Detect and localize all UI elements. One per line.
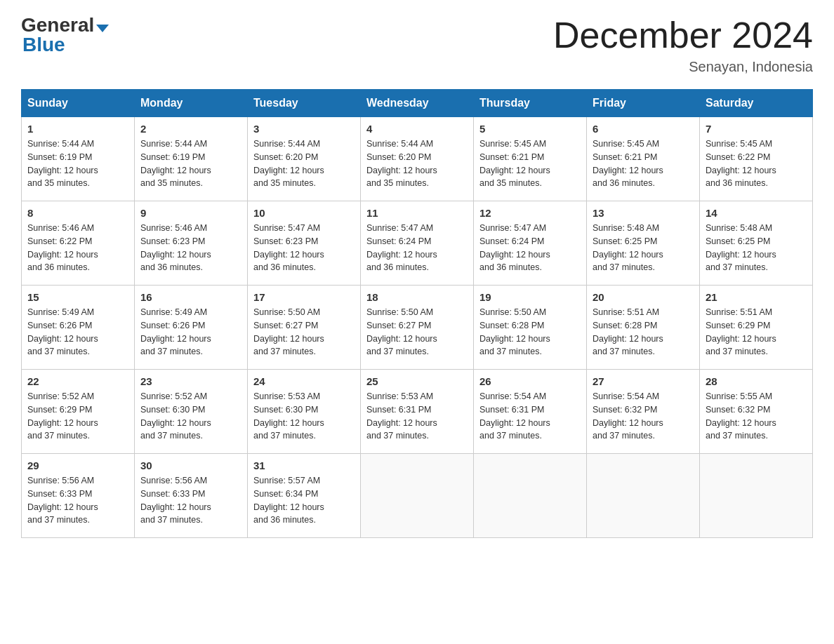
page-header: General Blue December 2024 Senayan, Indo… — [21, 14, 813, 75]
daylight-minutes: and 37 minutes. — [27, 515, 90, 525]
day-number: 13 — [593, 207, 694, 219]
day-info: Sunrise: 5:53 AM Sunset: 6:31 PM Dayligh… — [366, 390, 468, 443]
sunrise-label: Sunrise: 5:44 AM — [27, 139, 94, 149]
day-number: 2 — [140, 123, 241, 135]
calendar-cell: 31 Sunrise: 5:57 AM Sunset: 6:34 PM Dayl… — [248, 454, 361, 538]
calendar-cell: 20 Sunrise: 5:51 AM Sunset: 6:28 PM Dayl… — [587, 286, 700, 370]
day-number: 6 — [593, 123, 694, 135]
calendar-cell: 2 Sunrise: 5:44 AM Sunset: 6:19 PM Dayli… — [135, 117, 248, 201]
day-number: 9 — [140, 207, 241, 219]
sunrise-label: Sunrise: 5:47 AM — [366, 223, 433, 233]
logo: General Blue — [21, 14, 109, 56]
daylight-minutes: and 36 minutes. — [479, 262, 542, 272]
daylight-minutes: and 37 minutes. — [479, 347, 542, 356]
sunrise-label: Sunrise: 5:56 AM — [27, 476, 94, 485]
daylight-minutes: and 37 minutes. — [366, 431, 429, 441]
sunset-label: Sunset: 6:23 PM — [140, 236, 205, 246]
daylight-label: Daylight: 12 hours — [27, 502, 98, 512]
sunset-label: Sunset: 6:29 PM — [706, 321, 770, 330]
daylight-label: Daylight: 12 hours — [27, 334, 98, 344]
sunset-label: Sunset: 6:19 PM — [27, 152, 92, 162]
daylight-label: Daylight: 12 hours — [593, 250, 663, 260]
calendar-cell: 21 Sunrise: 5:51 AM Sunset: 6:29 PM Dayl… — [700, 286, 813, 370]
day-number: 18 — [366, 291, 468, 303]
sunrise-label: Sunrise: 5:48 AM — [706, 223, 772, 233]
daylight-minutes: and 36 minutes. — [253, 515, 316, 525]
header-tuesday: Tuesday — [248, 90, 361, 117]
daylight-label: Daylight: 12 hours — [479, 166, 550, 175]
day-number: 21 — [706, 291, 807, 303]
daylight-label: Daylight: 12 hours — [253, 250, 324, 260]
day-number: 27 — [593, 375, 694, 387]
sunset-label: Sunset: 6:30 PM — [140, 405, 205, 415]
logo-chevron-icon — [96, 25, 109, 32]
daylight-label: Daylight: 12 hours — [253, 502, 324, 512]
sunset-label: Sunset: 6:24 PM — [479, 236, 544, 246]
calendar-cell: 1 Sunrise: 5:44 AM Sunset: 6:19 PM Dayli… — [22, 117, 135, 201]
sunset-label: Sunset: 6:27 PM — [253, 321, 318, 330]
day-info: Sunrise: 5:53 AM Sunset: 6:30 PM Dayligh… — [253, 390, 355, 443]
day-number: 10 — [253, 207, 355, 219]
calendar-cell: 5 Sunrise: 5:45 AM Sunset: 6:21 PM Dayli… — [474, 117, 587, 201]
calendar-week-2: 8 Sunrise: 5:46 AM Sunset: 6:22 PM Dayli… — [22, 201, 813, 286]
daylight-minutes: and 36 minutes. — [366, 262, 429, 272]
day-number: 26 — [479, 375, 581, 387]
sunset-label: Sunset: 6:21 PM — [479, 152, 544, 162]
daylight-minutes: and 37 minutes. — [140, 431, 203, 441]
sunrise-label: Sunrise: 5:50 AM — [366, 307, 433, 317]
sunset-label: Sunset: 6:27 PM — [366, 321, 431, 330]
sunset-label: Sunset: 6:20 PM — [366, 152, 431, 162]
daylight-label: Daylight: 12 hours — [253, 334, 324, 344]
calendar-cell: 12 Sunrise: 5:47 AM Sunset: 6:24 PM Dayl… — [474, 201, 587, 286]
sunrise-label: Sunrise: 5:46 AM — [27, 223, 94, 233]
day-number: 16 — [140, 291, 241, 303]
sunset-label: Sunset: 6:31 PM — [366, 405, 431, 415]
calendar-header: Sunday Monday Tuesday Wednesday Thursday… — [22, 90, 813, 117]
day-number: 15 — [27, 291, 128, 303]
calendar-cell: 14 Sunrise: 5:48 AM Sunset: 6:25 PM Dayl… — [700, 201, 813, 286]
daylight-label: Daylight: 12 hours — [253, 166, 324, 175]
day-info: Sunrise: 5:50 AM Sunset: 6:28 PM Dayligh… — [479, 306, 581, 358]
day-number: 25 — [366, 375, 468, 387]
day-number: 31 — [253, 459, 355, 471]
daylight-minutes: and 37 minutes. — [706, 431, 768, 441]
day-number: 17 — [253, 291, 355, 303]
sunset-label: Sunset: 6:22 PM — [706, 152, 770, 162]
calendar-week-3: 15 Sunrise: 5:49 AM Sunset: 6:26 PM Dayl… — [22, 286, 813, 370]
calendar-cell — [700, 454, 813, 538]
calendar-cell: 9 Sunrise: 5:46 AM Sunset: 6:23 PM Dayli… — [135, 201, 248, 286]
daylight-label: Daylight: 12 hours — [593, 334, 663, 344]
calendar-cell: 27 Sunrise: 5:54 AM Sunset: 6:32 PM Dayl… — [587, 370, 700, 454]
header-wednesday: Wednesday — [361, 90, 474, 117]
sunset-label: Sunset: 6:22 PM — [27, 236, 92, 246]
sunrise-label: Sunrise: 5:45 AM — [706, 139, 772, 149]
day-info: Sunrise: 5:50 AM Sunset: 6:27 PM Dayligh… — [366, 306, 468, 358]
daylight-label: Daylight: 12 hours — [27, 418, 98, 428]
daylight-minutes: and 36 minutes. — [27, 262, 90, 272]
day-info: Sunrise: 5:56 AM Sunset: 6:33 PM Dayligh… — [140, 474, 241, 527]
sunrise-label: Sunrise: 5:55 AM — [706, 391, 772, 401]
day-number: 1 — [27, 123, 128, 135]
day-info: Sunrise: 5:44 AM Sunset: 6:19 PM Dayligh… — [27, 137, 128, 190]
daylight-minutes: and 36 minutes. — [140, 262, 203, 272]
day-number: 14 — [706, 207, 807, 219]
day-info: Sunrise: 5:46 AM Sunset: 6:23 PM Dayligh… — [140, 222, 241, 274]
day-info: Sunrise: 5:44 AM Sunset: 6:20 PM Dayligh… — [253, 137, 355, 190]
daylight-minutes: and 37 minutes. — [593, 262, 655, 272]
day-info: Sunrise: 5:45 AM Sunset: 6:21 PM Dayligh… — [593, 137, 694, 190]
day-info: Sunrise: 5:51 AM Sunset: 6:29 PM Dayligh… — [706, 306, 807, 358]
sunrise-label: Sunrise: 5:49 AM — [140, 307, 207, 317]
day-number: 8 — [27, 207, 128, 219]
calendar-cell: 7 Sunrise: 5:45 AM Sunset: 6:22 PM Dayli… — [700, 117, 813, 201]
sunrise-label: Sunrise: 5:53 AM — [366, 391, 433, 401]
daylight-minutes: and 35 minutes. — [140, 178, 203, 188]
sunrise-label: Sunrise: 5:57 AM — [253, 476, 320, 485]
daylight-label: Daylight: 12 hours — [706, 166, 776, 175]
daylight-minutes: and 37 minutes. — [366, 347, 429, 356]
sunset-label: Sunset: 6:28 PM — [479, 321, 544, 330]
day-number: 19 — [479, 291, 581, 303]
daylight-minutes: and 37 minutes. — [593, 431, 655, 441]
daylight-minutes: and 36 minutes. — [253, 262, 316, 272]
sunrise-label: Sunrise: 5:44 AM — [140, 139, 207, 149]
daylight-label: Daylight: 12 hours — [479, 250, 550, 260]
